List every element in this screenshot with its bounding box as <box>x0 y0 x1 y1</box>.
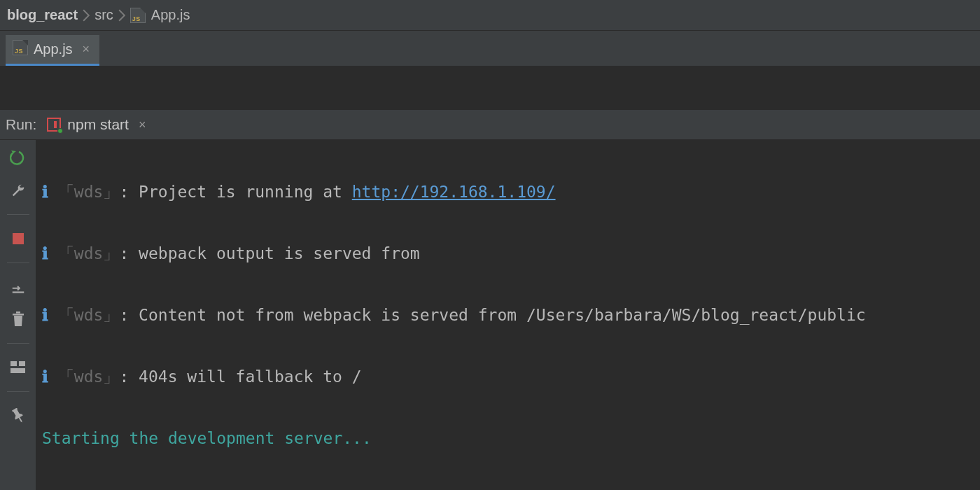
stop-button[interactable] <box>8 229 28 248</box>
wrench-icon[interactable] <box>8 181 28 200</box>
rerun-button[interactable] <box>8 148 28 168</box>
editor-tab-appjs[interactable]: App.js × <box>6 35 99 66</box>
console-line: Starting the development server... <box>42 423 980 454</box>
run-tool-body: ℹ 「wds」: Project is running at http://19… <box>0 140 980 490</box>
url-link[interactable]: http://192.168.1.109/ <box>352 183 556 201</box>
editor-tab-label: App.js <box>34 41 73 57</box>
close-icon[interactable]: × <box>83 42 90 57</box>
editor-area[interactable] <box>0 66 980 109</box>
run-tab-label: npm start <box>67 116 129 133</box>
trash-icon[interactable] <box>8 309 28 329</box>
svg-rect-3 <box>12 291 24 293</box>
panels-icon[interactable] <box>8 358 28 377</box>
svg-rect-1 <box>54 121 57 128</box>
console-output[interactable]: ℹ 「wds」: Project is running at http://19… <box>36 140 980 490</box>
editor-tabs: App.js × <box>0 31 980 66</box>
svg-rect-7 <box>19 361 25 366</box>
chevron-right-icon <box>118 9 126 22</box>
svg-rect-5 <box>16 312 20 314</box>
console-line: ℹ 「wds」: 404s will fallback to / <box>42 361 980 392</box>
js-file-icon <box>130 8 146 23</box>
layout-icon[interactable] <box>8 277 28 297</box>
console-line: ℹ 「wds」: webpack output is served from <box>42 238 980 269</box>
toolbar-separator <box>7 214 29 215</box>
toolbar-separator <box>7 391 29 392</box>
npm-icon <box>46 117 62 132</box>
console-line: Compiled successfully! <box>42 484 980 490</box>
pin-icon[interactable] <box>8 406 28 426</box>
run-tool-header: Run: npm start × <box>0 109 980 140</box>
svg-rect-8 <box>10 368 25 373</box>
run-tab-npm-start[interactable]: npm start × <box>46 116 146 133</box>
js-file-icon <box>13 40 28 59</box>
run-label: Run: <box>6 116 36 133</box>
breadcrumb-file[interactable]: App.js <box>151 7 190 23</box>
toolbar-separator <box>7 343 29 344</box>
console-line: ℹ 「wds」: Content not from webpack is ser… <box>42 300 980 330</box>
breadcrumb-root[interactable]: blog_react <box>7 7 78 23</box>
close-icon[interactable]: × <box>139 118 146 132</box>
console-line: ℹ 「wds」: Project is running at http://19… <box>42 176 980 207</box>
toolbar-separator <box>7 262 29 263</box>
svg-rect-4 <box>13 314 24 316</box>
run-toolbar <box>0 140 36 490</box>
svg-rect-2 <box>13 233 24 244</box>
breadcrumb: blog_react src App.js <box>0 0 980 31</box>
svg-rect-6 <box>10 361 17 366</box>
chevron-right-icon <box>82 9 90 22</box>
breadcrumb-src[interactable]: src <box>94 7 113 23</box>
